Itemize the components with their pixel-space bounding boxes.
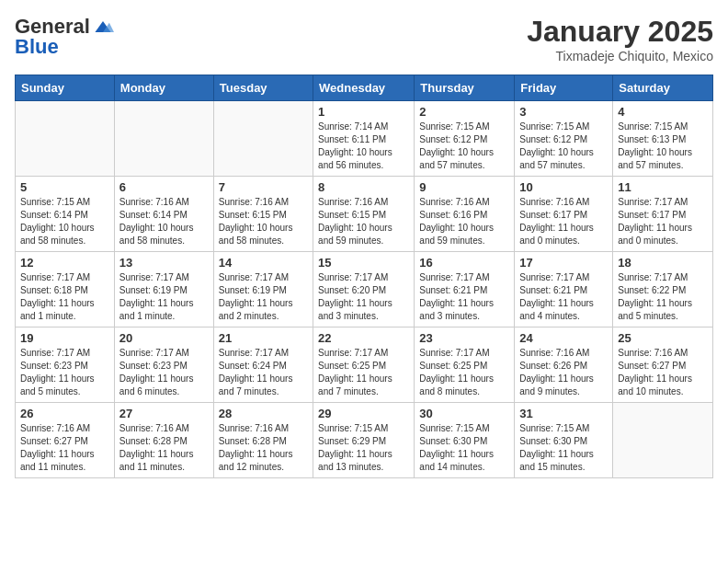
day-info: Sunrise: 7:16 AM Sunset: 6:27 PM Dayligh… xyxy=(20,422,109,474)
day-info: Sunrise: 7:15 AM Sunset: 6:13 PM Dayligh… xyxy=(618,121,708,172)
calendar-cell: 24Sunrise: 7:16 AM Sunset: 6:26 PM Dayli… xyxy=(515,327,613,403)
day-header-monday: Monday xyxy=(114,75,213,101)
calendar-cell: 17Sunrise: 7:17 AM Sunset: 6:21 PM Dayli… xyxy=(515,252,613,327)
day-header-thursday: Thursday xyxy=(415,75,515,101)
calendar-cell: 11Sunrise: 7:17 AM Sunset: 6:17 PM Dayli… xyxy=(613,177,713,252)
calendar-cell: 26Sunrise: 7:16 AM Sunset: 6:27 PM Dayli… xyxy=(16,403,115,478)
day-number: 31 xyxy=(519,407,608,420)
day-number: 16 xyxy=(419,256,509,270)
day-number: 8 xyxy=(318,180,409,194)
calendar-cell xyxy=(16,101,115,177)
day-number: 30 xyxy=(419,407,509,420)
day-number: 28 xyxy=(219,407,308,420)
calendar-cell: 27Sunrise: 7:16 AM Sunset: 6:28 PM Dayli… xyxy=(114,403,213,478)
day-info: Sunrise: 7:17 AM Sunset: 6:19 PM Dayligh… xyxy=(119,271,209,323)
day-number: 20 xyxy=(119,331,209,345)
calendar-cell: 6Sunrise: 7:16 AM Sunset: 6:14 PM Daylig… xyxy=(114,177,213,252)
calendar-cell: 7Sunrise: 7:16 AM Sunset: 6:15 PM Daylig… xyxy=(213,177,313,252)
day-header-sunday: Sunday xyxy=(16,75,115,101)
day-number: 24 xyxy=(519,331,608,345)
calendar-cell: 30Sunrise: 7:15 AM Sunset: 6:30 PM Dayli… xyxy=(415,403,515,478)
day-number: 1 xyxy=(318,105,409,119)
day-info: Sunrise: 7:15 AM Sunset: 6:12 PM Dayligh… xyxy=(419,121,509,172)
day-number: 13 xyxy=(119,256,209,270)
day-info: Sunrise: 7:16 AM Sunset: 6:26 PM Dayligh… xyxy=(519,347,608,398)
day-info: Sunrise: 7:15 AM Sunset: 6:30 PM Dayligh… xyxy=(519,422,608,474)
day-info: Sunrise: 7:17 AM Sunset: 6:25 PM Dayligh… xyxy=(318,347,409,398)
day-info: Sunrise: 7:17 AM Sunset: 6:23 PM Dayligh… xyxy=(119,347,209,398)
day-info: Sunrise: 7:17 AM Sunset: 6:22 PM Dayligh… xyxy=(618,271,708,323)
logo-blue-text: Blue xyxy=(15,35,59,59)
calendar-cell: 5Sunrise: 7:15 AM Sunset: 6:14 PM Daylig… xyxy=(16,177,115,252)
day-info: Sunrise: 7:17 AM Sunset: 6:18 PM Dayligh… xyxy=(20,271,109,323)
day-number: 5 xyxy=(20,180,109,194)
day-info: Sunrise: 7:17 AM Sunset: 6:21 PM Dayligh… xyxy=(519,271,608,323)
calendar-cell: 2Sunrise: 7:15 AM Sunset: 6:12 PM Daylig… xyxy=(415,101,515,177)
calendar-header-row: SundayMondayTuesdayWednesdayThursdayFrid… xyxy=(16,75,713,101)
day-number: 9 xyxy=(419,180,509,194)
calendar-cell: 16Sunrise: 7:17 AM Sunset: 6:21 PM Dayli… xyxy=(415,252,515,327)
day-number: 18 xyxy=(618,256,708,270)
logo: General Blue xyxy=(15,15,114,59)
day-header-friday: Friday xyxy=(515,75,613,101)
calendar-cell: 13Sunrise: 7:17 AM Sunset: 6:19 PM Dayli… xyxy=(114,252,213,327)
day-number: 27 xyxy=(119,407,209,420)
week-row-2: 5Sunrise: 7:15 AM Sunset: 6:14 PM Daylig… xyxy=(16,177,713,252)
day-number: 17 xyxy=(519,256,608,270)
day-number: 15 xyxy=(318,256,409,270)
day-info: Sunrise: 7:17 AM Sunset: 6:19 PM Dayligh… xyxy=(219,271,308,323)
day-info: Sunrise: 7:14 AM Sunset: 6:11 PM Dayligh… xyxy=(318,121,409,172)
page-header: General Blue January 2025 Tixmadeje Chiq… xyxy=(15,15,713,63)
location-subtitle: Tixmadeje Chiquito, Mexico xyxy=(527,49,713,63)
day-info: Sunrise: 7:16 AM Sunset: 6:16 PM Dayligh… xyxy=(419,196,509,247)
calendar-cell: 18Sunrise: 7:17 AM Sunset: 6:22 PM Dayli… xyxy=(613,252,713,327)
day-info: Sunrise: 7:16 AM Sunset: 6:28 PM Dayligh… xyxy=(119,422,209,474)
calendar-cell: 22Sunrise: 7:17 AM Sunset: 6:25 PM Dayli… xyxy=(313,327,415,403)
logo-icon xyxy=(92,17,114,36)
calendar-cell: 29Sunrise: 7:15 AM Sunset: 6:29 PM Dayli… xyxy=(313,403,415,478)
day-number: 4 xyxy=(618,105,708,119)
day-info: Sunrise: 7:15 AM Sunset: 6:12 PM Dayligh… xyxy=(519,121,608,172)
day-number: 11 xyxy=(618,180,708,194)
day-number: 2 xyxy=(419,105,509,119)
day-number: 14 xyxy=(219,256,308,270)
week-row-5: 26Sunrise: 7:16 AM Sunset: 6:27 PM Dayli… xyxy=(16,403,713,478)
day-number: 3 xyxy=(519,105,608,119)
calendar-cell: 8Sunrise: 7:16 AM Sunset: 6:15 PM Daylig… xyxy=(313,177,415,252)
day-header-wednesday: Wednesday xyxy=(313,75,415,101)
calendar-cell: 28Sunrise: 7:16 AM Sunset: 6:28 PM Dayli… xyxy=(213,403,313,478)
day-number: 10 xyxy=(519,180,608,194)
calendar-cell: 3Sunrise: 7:15 AM Sunset: 6:12 PM Daylig… xyxy=(515,101,613,177)
day-info: Sunrise: 7:17 AM Sunset: 6:23 PM Dayligh… xyxy=(20,347,109,398)
day-info: Sunrise: 7:16 AM Sunset: 6:17 PM Dayligh… xyxy=(519,196,608,247)
day-info: Sunrise: 7:15 AM Sunset: 6:29 PM Dayligh… xyxy=(318,422,409,474)
calendar-cell: 21Sunrise: 7:17 AM Sunset: 6:24 PM Dayli… xyxy=(213,327,313,403)
day-number: 6 xyxy=(119,180,209,194)
calendar-cell xyxy=(114,101,213,177)
title-block: January 2025 Tixmadeje Chiquito, Mexico xyxy=(527,15,713,63)
day-info: Sunrise: 7:16 AM Sunset: 6:15 PM Dayligh… xyxy=(318,196,409,247)
calendar-table: SundayMondayTuesdayWednesdayThursdayFrid… xyxy=(15,75,713,478)
calendar-cell: 20Sunrise: 7:17 AM Sunset: 6:23 PM Dayli… xyxy=(114,327,213,403)
day-number: 7 xyxy=(219,180,308,194)
day-info: Sunrise: 7:16 AM Sunset: 6:27 PM Dayligh… xyxy=(618,347,708,398)
calendar-cell: 19Sunrise: 7:17 AM Sunset: 6:23 PM Dayli… xyxy=(16,327,115,403)
day-header-tuesday: Tuesday xyxy=(213,75,313,101)
day-number: 21 xyxy=(219,331,308,345)
day-number: 26 xyxy=(20,407,109,420)
week-row-1: 1Sunrise: 7:14 AM Sunset: 6:11 PM Daylig… xyxy=(16,101,713,177)
day-number: 25 xyxy=(618,331,708,345)
day-number: 23 xyxy=(419,331,509,345)
calendar-cell: 23Sunrise: 7:17 AM Sunset: 6:25 PM Dayli… xyxy=(415,327,515,403)
day-info: Sunrise: 7:16 AM Sunset: 6:28 PM Dayligh… xyxy=(219,422,308,474)
day-info: Sunrise: 7:17 AM Sunset: 6:24 PM Dayligh… xyxy=(219,347,308,398)
calendar-cell: 31Sunrise: 7:15 AM Sunset: 6:30 PM Dayli… xyxy=(515,403,613,478)
day-info: Sunrise: 7:15 AM Sunset: 6:30 PM Dayligh… xyxy=(419,422,509,474)
day-info: Sunrise: 7:17 AM Sunset: 6:20 PM Dayligh… xyxy=(318,271,409,323)
day-info: Sunrise: 7:16 AM Sunset: 6:15 PM Dayligh… xyxy=(219,196,308,247)
day-number: 29 xyxy=(318,407,409,420)
week-row-4: 19Sunrise: 7:17 AM Sunset: 6:23 PM Dayli… xyxy=(16,327,713,403)
calendar-cell xyxy=(613,403,713,478)
calendar-cell: 1Sunrise: 7:14 AM Sunset: 6:11 PM Daylig… xyxy=(313,101,415,177)
calendar-cell: 4Sunrise: 7:15 AM Sunset: 6:13 PM Daylig… xyxy=(613,101,713,177)
